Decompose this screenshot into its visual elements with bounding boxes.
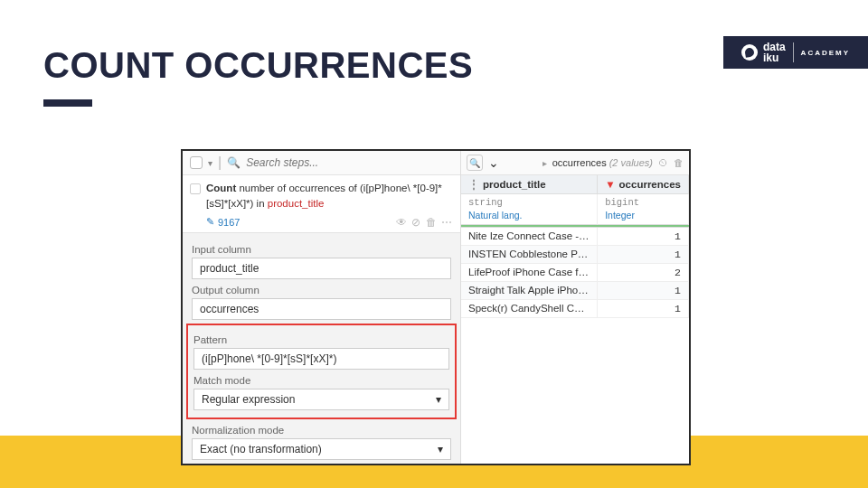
table-cell[interactable]: 1 bbox=[598, 246, 689, 264]
app-screenshot: ▾ | 🔍 Count number of occurrences of (i[… bbox=[181, 149, 691, 465]
brand-name: data iku bbox=[763, 42, 786, 63]
header-text: occurrences bbox=[619, 179, 681, 190]
match-mode-select[interactable]: Regular expression ▾ bbox=[193, 389, 449, 410]
header-text: product_title bbox=[483, 179, 546, 190]
table-cell[interactable]: Straight Talk Apple iPhone 5… bbox=[461, 282, 598, 300]
crumb-column-name: occurrences bbox=[552, 157, 607, 168]
crumb-count: (2 values) bbox=[609, 157, 653, 168]
step-item[interactable]: Count number of occurrences of (i[pP]hon… bbox=[183, 175, 460, 233]
chevron-down-icon: ▾ bbox=[436, 393, 441, 406]
table-cell[interactable]: LifeProof iPhone Case for th… bbox=[461, 264, 598, 282]
search-steps-input[interactable] bbox=[246, 156, 453, 169]
column-crumb[interactable]: occurrences (2 values) bbox=[552, 157, 653, 168]
meaning-label[interactable]: Integer bbox=[598, 210, 689, 225]
pattern-field[interactable] bbox=[193, 348, 449, 370]
step-meta-row: ✎ 9167 👁 ⊘ 🗑 ⋯ bbox=[190, 212, 453, 232]
pencil-icon[interactable]: ✎ bbox=[206, 216, 214, 228]
bird-icon bbox=[741, 44, 758, 61]
pattern-label: Pattern bbox=[193, 334, 449, 345]
chevron-down-icon[interactable]: ▾ bbox=[208, 158, 212, 168]
match-mode-value: Regular expression bbox=[202, 393, 295, 406]
search-icon[interactable]: 🔍 bbox=[467, 155, 483, 171]
input-column-field[interactable] bbox=[192, 258, 451, 279]
output-column-label: Output column bbox=[192, 285, 451, 296]
highlight-annotation: Pattern Match mode Regular expression ▾ bbox=[186, 324, 457, 419]
step-desc-bold: Count bbox=[206, 183, 236, 193]
meaning-label[interactable]: Natural lang. bbox=[461, 210, 598, 225]
data-table: ⋮ product_title ▼ occurrences string big… bbox=[461, 175, 689, 318]
brand-badge: data iku ACADEMY bbox=[723, 36, 868, 69]
table-cell[interactable]: 1 bbox=[598, 300, 689, 318]
steps-search-row: ▾ | 🔍 bbox=[183, 151, 460, 175]
step-action-icons[interactable]: 👁 ⊘ 🗑 ⋯ bbox=[396, 216, 453, 229]
steps-panel: ▾ | 🔍 Count number of occurrences of (i[… bbox=[183, 151, 461, 464]
input-column-label: Input column bbox=[192, 244, 451, 255]
table-cell[interactable]: 1 bbox=[598, 228, 689, 246]
trash-icon[interactable]: 🗑 bbox=[674, 157, 684, 168]
data-toolbar: 🔍 ⌄ ▸ occurrences (2 values) ⏲ 🗑 bbox=[461, 151, 689, 175]
normalization-select[interactable]: Exact (no transformation) ▾ bbox=[192, 438, 451, 460]
table-cell[interactable]: INSTEN Cobblestone Phone … bbox=[461, 246, 598, 264]
table-cell[interactable]: 2 bbox=[598, 264, 689, 282]
step-description: Count number of occurrences of (i[pP]hon… bbox=[190, 181, 453, 212]
step-desc-column: product_title bbox=[268, 198, 325, 209]
normalization-value: Exact (no transformation) bbox=[200, 443, 322, 455]
datatype-label: string bbox=[461, 194, 598, 210]
slide: COUNT OCCURRENCES data iku ACADEMY ▾ | 🔍… bbox=[0, 0, 868, 488]
title-underline bbox=[43, 99, 92, 107]
datatype-label: bigint bbox=[598, 194, 689, 210]
output-column-field[interactable] bbox=[192, 298, 451, 320]
separator bbox=[793, 42, 794, 62]
data-panel: 🔍 ⌄ ▸ occurrences (2 values) ⏲ 🗑 ⋮ produ… bbox=[461, 151, 689, 464]
filter-icon[interactable]: ▼ bbox=[605, 179, 615, 190]
brand-logo: data iku bbox=[741, 42, 786, 63]
chevron-down-icon: ▾ bbox=[438, 443, 443, 455]
brand-label: ACADEMY bbox=[801, 49, 850, 57]
select-all-checkbox[interactable] bbox=[190, 156, 203, 169]
normalization-label: Normalization mode bbox=[192, 425, 451, 436]
chevron-down-icon[interactable]: ⌄ bbox=[488, 155, 499, 170]
column-header-occurrences[interactable]: ▼ occurrences bbox=[598, 175, 689, 194]
clock-icon[interactable]: ⏲ bbox=[658, 157, 668, 168]
table-cell[interactable]: 1 bbox=[598, 282, 689, 300]
step-checkbox[interactable] bbox=[190, 183, 201, 194]
table-cell[interactable]: Speck(r) CandyShell Case F… bbox=[461, 300, 598, 318]
step-form: Input column Output column Pattern Match… bbox=[183, 233, 460, 465]
column-header-product-title[interactable]: ⋮ product_title bbox=[461, 175, 598, 194]
table-cell[interactable]: Nite Ize Connect Case - iPho… bbox=[461, 228, 598, 246]
match-mode-label: Match mode bbox=[193, 375, 449, 386]
slide-title: COUNT OCCURRENCES bbox=[43, 45, 473, 86]
step-id: 9167 bbox=[218, 217, 240, 228]
